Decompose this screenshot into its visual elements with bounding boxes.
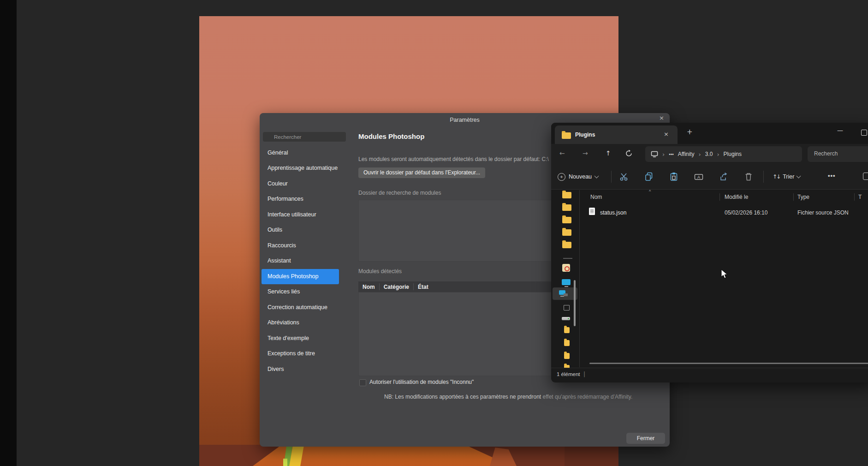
chevron-down-icon xyxy=(595,174,599,179)
sidebar-item-divers[interactable]: Divers xyxy=(262,362,339,377)
explorer-status-bar: 1 élément | xyxy=(551,368,868,382)
page-title: Modules Photoshop xyxy=(358,132,424,140)
modules-description: Les modules seront automatiquement détec… xyxy=(358,156,552,162)
new-label: Nouveau xyxy=(569,173,592,180)
file-type: Fichier source JSON xyxy=(797,209,849,216)
back-icon[interactable]: ← xyxy=(559,149,565,157)
breadcrumb-ellipsis[interactable]: ••• xyxy=(669,152,674,157)
nav-separator xyxy=(563,258,572,259)
explorer-tab-strip: Plugins × + — xyxy=(551,123,868,144)
forward-icon[interactable]: → xyxy=(583,149,588,157)
refresh-icon[interactable] xyxy=(625,149,633,157)
horizontal-scrollbar[interactable] xyxy=(589,363,868,364)
sidebar-item-abreviations[interactable]: Abréviations xyxy=(262,315,339,330)
rename-icon[interactable]: A xyxy=(694,172,703,181)
breadcrumb[interactable]: › ••• Affinity › 3.0 › Plugins xyxy=(645,146,802,162)
up-icon[interactable]: ↑ xyxy=(606,149,611,157)
sidebar-item-outils[interactable]: Outils xyxy=(262,222,339,238)
restart-note-part1: NB: Les modifications apportées à ces pa… xyxy=(384,394,543,400)
allow-unknown-modules-label: Autoriser l'utilisation de modules "Inco… xyxy=(369,379,474,385)
tab-title: Plugins xyxy=(575,131,595,138)
column-divider[interactable] xyxy=(719,193,720,201)
sidebar-item-performances[interactable]: Performances xyxy=(262,191,339,207)
column-header-type[interactable]: Type xyxy=(797,194,809,200)
nav-folder-icon[interactable] xyxy=(562,192,571,198)
nav-folder-icon[interactable] xyxy=(562,229,571,236)
sidebar-item-apprentissage[interactable]: Apprentissage automatique xyxy=(262,161,339,176)
copy-icon[interactable] xyxy=(644,172,654,181)
network-pc-icon[interactable] xyxy=(564,305,570,311)
column-divider[interactable] xyxy=(854,193,855,201)
delete-icon[interactable] xyxy=(744,172,753,181)
file-name[interactable]: status.json xyxy=(600,209,626,216)
explorer-command-bar: + Nouveau A xyxy=(551,164,868,189)
details-pane-icon[interactable] xyxy=(863,173,868,180)
explorer-search-box[interactable] xyxy=(808,146,868,162)
more-options-icon[interactable]: ••• xyxy=(828,172,836,179)
share-icon[interactable] xyxy=(719,172,728,181)
folder-icon xyxy=(562,132,571,139)
sidebar-item-raccourcis[interactable]: Raccourcis xyxy=(262,238,339,253)
dialog-close-icon[interactable]: × xyxy=(659,114,664,121)
item-count: 1 élément xyxy=(557,371,580,377)
sidebar-item-texte-exemple[interactable]: Texte d'exemple xyxy=(262,331,339,346)
tab-close-icon[interactable]: × xyxy=(664,131,669,137)
column-etat[interactable]: État xyxy=(414,284,433,290)
nav-folder-icon[interactable] xyxy=(564,340,570,346)
minimize-icon[interactable]: — xyxy=(837,127,843,134)
chevron-down-icon xyxy=(797,174,801,179)
gallery-icon[interactable] xyxy=(562,264,570,272)
close-dialog-button[interactable]: Fermer xyxy=(626,433,665,444)
nav-folder-icon[interactable] xyxy=(562,242,571,248)
nav-folder-icon[interactable] xyxy=(562,217,571,223)
column-divider[interactable] xyxy=(793,193,794,201)
nav-folder-icon[interactable] xyxy=(564,353,570,359)
restart-note-part2: effet qu'après redémarrage d'Affinity. xyxy=(543,394,633,400)
sidebar-item-interface[interactable]: Interface utilisateur xyxy=(262,207,339,222)
restart-note: NB: Les modifications apportées à ces pa… xyxy=(384,394,632,400)
nav-folder-icon[interactable] xyxy=(564,327,570,333)
new-button[interactable]: + Nouveau xyxy=(558,170,598,183)
sort-button[interactable]: ↑↓ Trier xyxy=(773,170,800,183)
this-pc-icon xyxy=(651,151,658,157)
maximize-icon[interactable] xyxy=(861,130,867,136)
open-default-folder-button[interactable]: Ouvrir le dossier par défaut dans l'Expl… xyxy=(358,167,485,178)
new-tab-icon[interactable]: + xyxy=(687,128,693,136)
sidebar-item-services[interactable]: Services liés xyxy=(262,284,339,299)
new-plus-icon: + xyxy=(558,173,565,181)
allow-unknown-modules-checkbox[interactable] xyxy=(359,379,366,386)
column-header-nom[interactable]: Nom xyxy=(590,194,602,200)
sidebar-item-assistant[interactable]: Assistant xyxy=(262,253,339,269)
column-header-taille[interactable]: T xyxy=(858,194,862,200)
breadcrumb-plugins[interactable]: Plugins xyxy=(724,151,742,157)
sidebar-item-exceptions[interactable]: Exceptions de titre xyxy=(262,346,339,361)
sidebar-item-modules-photoshop[interactable]: Modules Photoshop xyxy=(262,269,339,284)
sidebar-item-couleur[interactable]: Couleur xyxy=(262,176,339,191)
column-header-modifie[interactable]: Modifié le xyxy=(725,194,748,200)
explorer-search-input[interactable] xyxy=(813,150,868,157)
sort-icon: ↑↓ xyxy=(773,173,780,180)
sort-label: Trier xyxy=(783,173,794,180)
column-nom[interactable]: Nom xyxy=(358,284,379,290)
settings-search-input[interactable] xyxy=(263,132,346,142)
search-folder-label: Dossier de recherche de modules xyxy=(358,190,441,196)
paste-icon[interactable] xyxy=(669,172,678,181)
nav-folder-icon[interactable] xyxy=(562,204,571,211)
sidebar-item-correction[interactable]: Correction automatique xyxy=(262,300,339,315)
chevron-right-icon: › xyxy=(662,151,665,158)
breadcrumb-3-0[interactable]: 3.0 xyxy=(705,151,713,157)
usb-drive-icon[interactable] xyxy=(562,317,570,320)
column-categorie[interactable]: Catégorie xyxy=(380,284,413,290)
this-pc-icon[interactable] xyxy=(562,279,571,285)
sidebar-item-general[interactable]: Général xyxy=(262,145,339,161)
painting-dark-right xyxy=(565,445,618,466)
cut-icon[interactable] xyxy=(619,172,629,181)
status-divider: | xyxy=(583,371,585,377)
explorer-tab-plugins[interactable]: Plugins × xyxy=(555,125,678,144)
detected-modules-label: Modules détectés xyxy=(358,268,402,275)
pane-divider xyxy=(579,190,580,367)
nav-scrollbar[interactable] xyxy=(574,280,576,326)
toolbar-divider xyxy=(763,171,764,183)
breadcrumb-affinity[interactable]: Affinity xyxy=(678,151,695,157)
desktop-left-strip xyxy=(0,0,17,466)
